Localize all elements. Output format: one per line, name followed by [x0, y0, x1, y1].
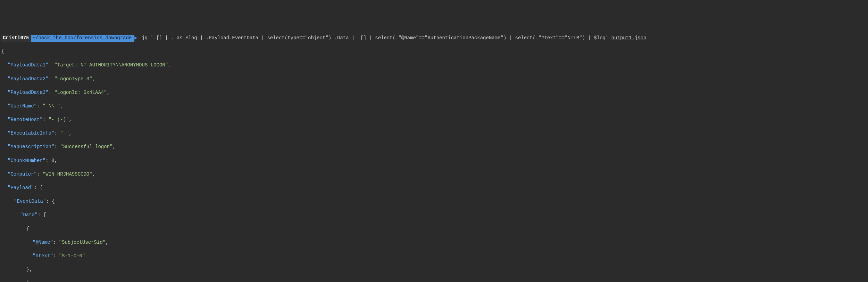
- terminal-output: Cristi075~/hack_the_boo/forensics_downgr…: [0, 27, 868, 282]
- json-line: {: [1, 280, 867, 282]
- json-line: "PayloadData2": "LogonType 3",: [1, 76, 867, 83]
- command-filename: output1.json: [611, 35, 646, 41]
- prompt-line[interactable]: Cristi075~/hack_the_boo/forensics_downgr…: [1, 35, 867, 42]
- json-line: "Payload": {: [1, 185, 867, 192]
- json-line: "ExecutableInfo": "-",: [1, 130, 867, 137]
- json-line: "Computer": "WIN-HRJHA99CCDO",: [1, 171, 867, 178]
- prompt-path: ~/hack_the_boo/forensics_downgrade: [31, 35, 135, 42]
- json-line: "Data": [: [1, 212, 867, 219]
- json-line: {: [1, 48, 867, 55]
- json-line: "UserName": "-\\-",: [1, 103, 867, 110]
- prompt-user: Cristi075: [1, 35, 31, 42]
- json-line: },: [1, 266, 867, 273]
- prompt-separator-icon: ▶: [134, 35, 137, 42]
- json-line: "@Name": "SubjectUserSid",: [1, 239, 867, 246]
- json-line: "EventData": {: [1, 198, 867, 205]
- json-line: "ChunkNumber": 0,: [1, 158, 867, 164]
- command-text: jq '.[] | . as $log | .Payload.EventData…: [137, 35, 646, 42]
- json-line: "PayloadData3": "LogonId: 0x41AA4",: [1, 89, 867, 96]
- json-line: "PayloadData1": "Target: NT AUTHORITY\\A…: [1, 62, 867, 69]
- json-line: "RemoteHost": "- (-)",: [1, 116, 867, 123]
- json-line: "MapDescription": "Successful logon",: [1, 144, 867, 151]
- json-line: "#text": "S-1-0-0": [1, 253, 867, 260]
- json-line: {: [1, 226, 867, 233]
